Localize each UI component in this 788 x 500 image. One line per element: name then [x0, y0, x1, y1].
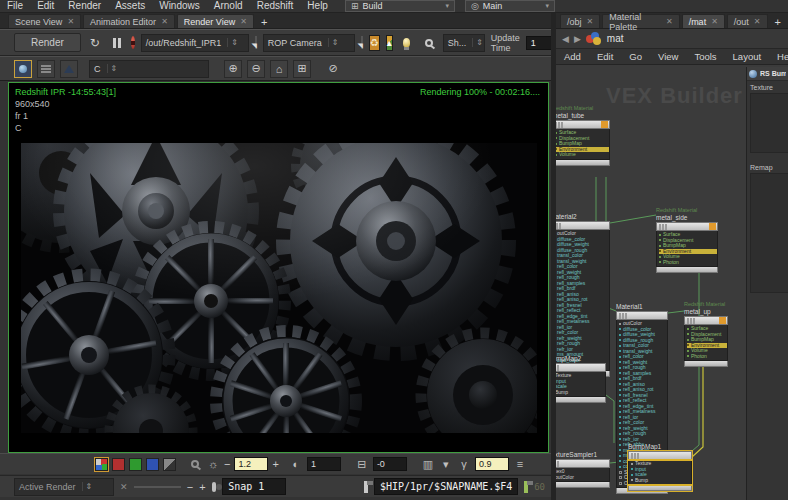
options-grid-icon[interactable]: ≡ — [513, 458, 527, 470]
zoom-in-icon[interactable]: ⊕ — [224, 60, 242, 78]
node-input-row[interactable]: Bump — [556, 390, 605, 396]
close-icon[interactable]: ✕ — [666, 17, 673, 26]
node-bumpmap2[interactable]: BumpMap2TextureinputscaleBump — [556, 355, 606, 403]
alpha-channel-swatch[interactable] — [163, 458, 176, 471]
menu-render[interactable]: Render — [61, 0, 108, 12]
output-flag-icon[interactable] — [601, 121, 608, 128]
tab-material-palette[interactable]: Material Palette✕ — [602, 14, 679, 28]
close-icon[interactable]: ✕ — [120, 482, 128, 492]
close-icon[interactable]: ✕ — [711, 17, 718, 26]
fit-view-icon[interactable]: ⊞ — [293, 60, 311, 78]
new-tab-button[interactable]: + — [256, 16, 272, 28]
history-slider[interactable] — [134, 486, 181, 488]
node-flags[interactable] — [556, 363, 606, 372]
network-menu-layout[interactable]: Layout — [725, 51, 770, 62]
contrast-icon[interactable]: ◐ — [289, 458, 303, 470]
node-flags[interactable] — [556, 120, 610, 129]
exposure-input[interactable]: 1.2 — [234, 457, 268, 471]
image-layers-icon[interactable] — [37, 60, 55, 78]
render-mode-selector[interactable]: Active Render ⇕ — [14, 478, 114, 496]
tab--obj[interactable]: /obj✕ — [560, 14, 600, 28]
remap-field[interactable] — [750, 173, 788, 293]
shelf-selector[interactable]: ◎ Main ▾ — [465, 0, 555, 12]
home-view-icon[interactable]: ⌂ — [270, 60, 288, 78]
save-disk-icon[interactable] — [364, 481, 368, 493]
node-metal_up[interactable]: Redshift Materialmetal_upSurfaceDisplace… — [684, 301, 728, 367]
node-flags[interactable] — [684, 316, 728, 325]
plane-selector[interactable]: C ⇕ — [89, 60, 209, 78]
menu-edit[interactable]: Edit — [30, 0, 61, 12]
gamma-input[interactable]: 0.9 — [475, 457, 509, 471]
node-input-row[interactable]: Bump — [631, 478, 691, 484]
brightness-sun-icon[interactable]: ☼ — [206, 458, 220, 470]
lightbulb-icon[interactable] — [399, 35, 415, 51]
network-menu-help[interactable]: Help — [769, 51, 788, 62]
node-metal_side[interactable]: Redshift Materialmetal_sideSurfaceDispla… — [656, 207, 718, 273]
close-icon[interactable]: ✕ — [67, 17, 74, 26]
snapshot-name-field[interactable]: Snap 1 — [222, 478, 286, 495]
zoom-in-plus[interactable]: + — [199, 481, 205, 493]
close-icon[interactable]: ✕ — [240, 17, 247, 26]
zoom-out-minus[interactable]: − — [187, 481, 193, 493]
node-flags[interactable] — [616, 311, 668, 320]
green-channel-swatch[interactable] — [129, 458, 142, 471]
node-input-row[interactable]: Volume — [556, 152, 609, 158]
parameter-panel-header[interactable]: RS Bum — [747, 67, 788, 81]
pause-render-icon[interactable] — [109, 35, 125, 51]
close-icon[interactable]: ✕ — [587, 17, 594, 26]
menu-redshift[interactable]: Redshift — [250, 0, 301, 12]
offset-input[interactable]: -0 — [373, 457, 407, 471]
node-flags[interactable] — [656, 222, 718, 231]
exposure-minus-button[interactable]: − — [224, 458, 230, 470]
jump-to-rop-icon[interactable] — [255, 36, 257, 49]
node-metal_tube[interactable]: Redshift Materialmetal_tubeSurfaceDispla… — [556, 105, 610, 166]
background-icon[interactable] — [60, 60, 78, 78]
back-arrow-icon[interactable]: ◀ — [562, 34, 569, 44]
jump-to-camera-icon[interactable] — [361, 36, 363, 49]
network-menu-add[interactable]: Add — [556, 51, 589, 62]
node-texturesampler1[interactable]: TextureSampler1tex0outColor — [556, 451, 610, 488]
tab--mat[interactable]: /mat✕ — [682, 14, 725, 28]
inspect-magnifier-icon[interactable] — [421, 35, 437, 51]
pixel-inspect-icon[interactable] — [188, 458, 202, 470]
node-flags[interactable] — [556, 221, 610, 230]
network-menu-view[interactable]: View — [650, 51, 686, 62]
network-graph[interactable]: VEX Builder Redshift Materialmetal_tubeS… — [556, 65, 788, 500]
node-input-row[interactable]: Photon — [687, 354, 727, 360]
node-input-row[interactable]: outColor — [556, 475, 609, 481]
red-channel-swatch[interactable] — [112, 458, 125, 471]
lut-icon[interactable]: ▥ — [421, 458, 435, 471]
tab-scene-view[interactable]: Scene View✕ — [8, 14, 81, 28]
forward-arrow-icon[interactable]: ▶ — [574, 34, 581, 44]
zoom-out-icon[interactable]: ⊖ — [247, 60, 265, 78]
gamma-curve-icon[interactable]: γ — [457, 458, 471, 470]
output-flag-icon[interactable] — [709, 223, 716, 230]
contrast-input[interactable]: 1 — [307, 457, 341, 471]
tab-animation-editor[interactable]: Animation Editor✕ — [83, 14, 175, 28]
info-icon[interactable]: ⊘ — [324, 60, 342, 78]
close-icon[interactable]: ✕ — [161, 17, 168, 26]
network-menu-tools[interactable]: Tools — [686, 51, 724, 62]
tab-render-view[interactable]: Render View✕ — [177, 14, 254, 28]
tab--out[interactable]: /out✕ — [727, 14, 768, 28]
node-bumpmap1[interactable]: BumpMap1TextureinputscaleBump — [628, 443, 692, 491]
node-material2[interactable]: Material2outColordiffuse_colordiffuse_we… — [556, 213, 610, 377]
re-render-icon[interactable]: ↻ — [87, 35, 103, 51]
blue-channel-swatch[interactable] — [146, 458, 159, 471]
render-viewport[interactable]: Redshift IPR -14:55:43[1] 960x540 fr 1 C… — [8, 82, 549, 453]
levels-icon[interactable]: ⊟ — [355, 458, 369, 471]
rgb-channels-swatch[interactable] — [95, 458, 108, 471]
texture-field[interactable] — [750, 93, 788, 153]
close-icon[interactable]: ✕ — [754, 17, 761, 26]
color-correction-icon[interactable] — [14, 60, 32, 78]
render-region-icon[interactable]: ♻ — [369, 35, 380, 51]
menu-help[interactable]: Help — [300, 0, 335, 12]
menu-arnold[interactable]: Arnold — [207, 0, 250, 12]
network-menu-edit[interactable]: Edit — [589, 51, 621, 62]
render-button[interactable]: Render — [14, 33, 81, 52]
node-flags[interactable] — [628, 451, 692, 460]
save-sequence-icon[interactable] — [524, 481, 528, 493]
node-flags[interactable] — [556, 459, 610, 468]
stop-render-icon[interactable] — [131, 36, 135, 49]
network-menu-go[interactable]: Go — [621, 51, 650, 62]
